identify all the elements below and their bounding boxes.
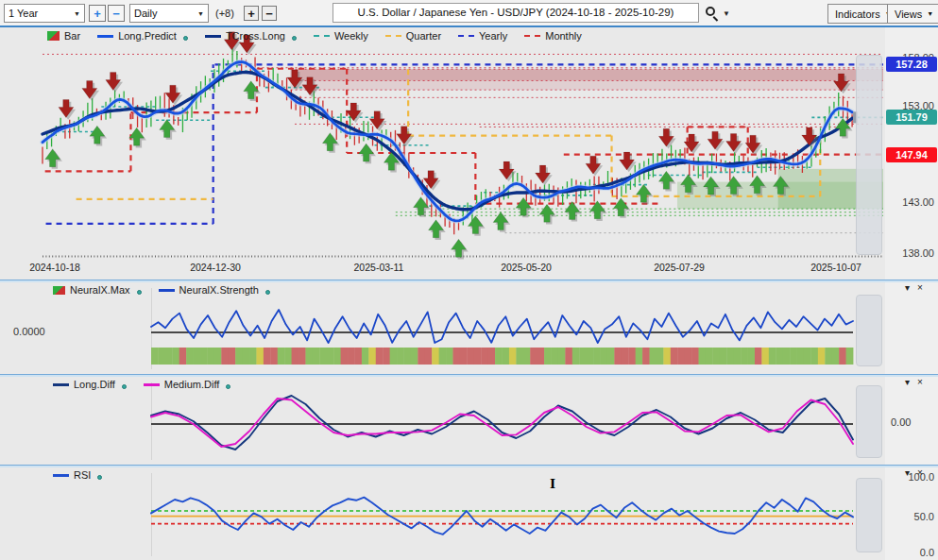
dash-swatch-icon (314, 35, 330, 37)
legend-item-rsi[interactable]: RSI (53, 469, 102, 481)
period-select-value: Daily (134, 8, 157, 19)
predicted-low-badge: 147.94 (886, 147, 937, 162)
panel-separator[interactable] (0, 280, 938, 282)
legend-label: RSI (74, 469, 91, 481)
search-dropdown-icon[interactable]: ▼ (723, 9, 730, 18)
views-button-label: Views (895, 8, 922, 20)
info-dot-icon[interactable] (137, 290, 142, 295)
info-dot-icon[interactable] (183, 36, 188, 41)
chevron-down-icon: ▼ (927, 10, 933, 17)
chart-title-box[interactable]: U.S. Dollar / Japanese Yen - USD/JPY (20… (333, 3, 699, 23)
top-toolbar: 1 Year ▼ + − Daily ▼ (+8) + − U.S. Dolla… (0, 0, 938, 27)
legend-label: Weekly (334, 30, 368, 42)
info-dot-icon[interactable] (226, 384, 230, 389)
info-dot-icon[interactable] (292, 36, 297, 41)
legend-item-yearly[interactable]: Yearly (458, 30, 507, 42)
trading-app-window: { "toolbar": { "range_value": "1 Year", … (0, 0, 938, 560)
diff-panel-controls: ▾ × (905, 377, 923, 387)
dash-swatch-icon (458, 35, 474, 37)
current-price-badge: 151.79 (886, 110, 937, 125)
legend-item-weekly[interactable]: Weekly (314, 30, 368, 42)
legend-label: Bar (64, 30, 80, 42)
legend-item-neuralx-strength[interactable]: NeuralX.Strength (159, 284, 270, 296)
legend-label: Medium.Diff (164, 379, 219, 390)
range-zoom-out-button[interactable]: − (108, 5, 125, 22)
search-icon[interactable] (706, 7, 715, 16)
legend-item-quarter[interactable]: Quarter (385, 30, 441, 42)
text-cursor-mark: I (550, 477, 555, 491)
legend-item-neuralx-max[interactable]: NeuralX.Max (53, 284, 142, 296)
range-select-value: 1 Year (9, 8, 38, 19)
range-select[interactable]: 1 Year ▼ (4, 4, 85, 23)
legend-label: Monthly (545, 30, 582, 42)
collapse-icon[interactable]: ▾ (905, 377, 910, 387)
close-icon[interactable]: × (917, 282, 923, 293)
neuralx-panel-controls: ▾ × (905, 282, 923, 293)
legend-label: Long.Diff (74, 379, 115, 390)
collapse-icon[interactable]: ▾ (905, 467, 910, 478)
bar-swatch-icon (53, 286, 65, 295)
rsi-panel-controls: ▾ × (905, 467, 923, 478)
panel-separator[interactable] (0, 374, 938, 377)
neuralx-zero-label: 0.0000 (13, 326, 45, 337)
offset-label: (+8) (215, 8, 234, 19)
predicted-high-badge: 157.28 (886, 57, 937, 72)
dash-swatch-icon (385, 35, 401, 37)
diff-zero-label: 0.00 (891, 416, 911, 428)
main-chart-legend: Bar Long.Predict TCross.Long Weekly Quar… (47, 30, 582, 42)
bar-swatch-icon (47, 31, 60, 41)
line-swatch-icon (97, 35, 113, 38)
legend-item-bar[interactable]: Bar (47, 30, 80, 42)
chevron-down-icon: ▼ (197, 10, 204, 17)
indicators-button-label: Indicators (835, 8, 880, 20)
dash-swatch-icon (524, 35, 540, 37)
legend-label: TCross.Long (226, 30, 285, 42)
collapse-icon[interactable]: ▾ (905, 282, 910, 293)
info-dot-icon[interactable] (97, 475, 102, 480)
range-zoom-in-button[interactable]: + (89, 5, 106, 22)
rsi-scrollbar[interactable] (856, 478, 882, 552)
price-axis-label: 143.00 (889, 196, 934, 208)
chevron-down-icon: ▼ (74, 10, 80, 17)
legend-label: Quarter (406, 30, 441, 42)
price-axis-label: 138.00 (889, 247, 934, 259)
diff-scrollbar[interactable] (856, 385, 882, 458)
legend-label: Long.Predict (118, 30, 177, 42)
close-icon[interactable]: × (917, 467, 923, 478)
line-swatch-icon (53, 474, 69, 477)
diff-legend: Long.Diff Medium.Diff (53, 379, 230, 390)
legend-label: Yearly (479, 30, 507, 42)
panel-separator[interactable] (0, 465, 938, 467)
rsi-axis-label: 0.0 (889, 547, 934, 558)
legend-item-monthly[interactable]: Monthly (524, 30, 582, 42)
main-chart-scrollbar[interactable] (856, 55, 882, 255)
period-select[interactable]: Daily ▼ (129, 4, 209, 23)
legend-item-medium-diff[interactable]: Medium.Diff (144, 379, 230, 390)
rsi-axis-label: 50.0 (889, 511, 934, 522)
legend-label: NeuralX.Strength (179, 284, 259, 296)
legend-item-tcross-long[interactable]: TCross.Long (205, 30, 297, 42)
line-swatch-icon (159, 289, 175, 292)
line-swatch-icon (205, 35, 221, 38)
neuralx-legend: NeuralX.Max NeuralX.Strength (53, 284, 270, 296)
neuralx-plot[interactable] (0, 282, 938, 374)
bar-minus-button[interactable]: − (262, 6, 277, 21)
info-dot-icon[interactable] (122, 384, 127, 389)
legend-item-long-diff[interactable]: Long.Diff (53, 379, 127, 390)
close-icon[interactable]: × (917, 377, 923, 387)
legend-label: NeuralX.Max (70, 284, 130, 296)
info-dot-icon[interactable] (265, 290, 270, 295)
line-swatch-icon (144, 383, 160, 386)
views-button[interactable]: Views ▼ (887, 4, 938, 24)
line-swatch-icon (53, 383, 69, 386)
rsi-legend: RSI (53, 469, 102, 481)
bar-plus-button[interactable]: + (244, 6, 259, 21)
legend-item-long-predict[interactable]: Long.Predict (97, 30, 188, 42)
neuralx-scrollbar[interactable] (856, 295, 882, 366)
main-chart-plot[interactable] (0, 27, 938, 280)
rsi-plot[interactable] (0, 467, 938, 560)
